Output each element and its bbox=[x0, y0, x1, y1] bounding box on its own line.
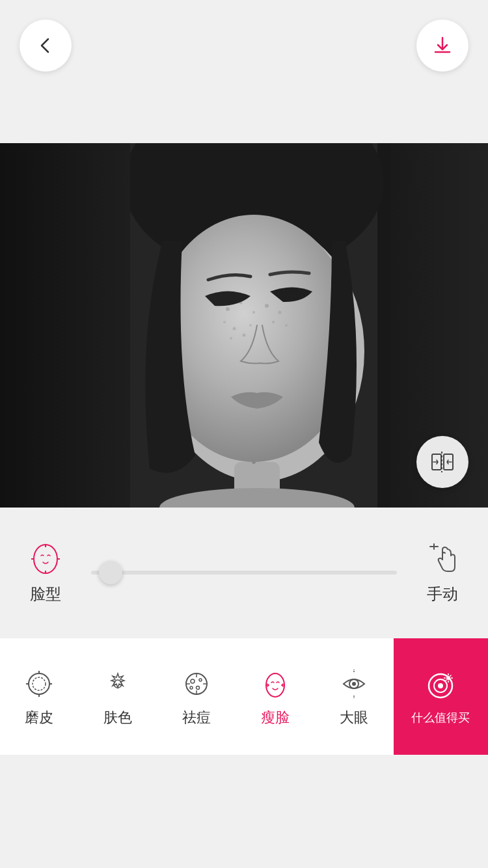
svg-rect-1 bbox=[0, 143, 143, 508]
tool-zhzhen-label: 祛痘 bbox=[182, 708, 211, 727]
top-bar bbox=[0, 0, 488, 143]
tool-shoumei[interactable]: 瘦脸 bbox=[236, 638, 315, 755]
mopi-icon bbox=[21, 666, 57, 701]
tool-mopi[interactable]: 磨皮 bbox=[0, 638, 79, 755]
fuse-icon bbox=[100, 666, 135, 701]
svg-line-63 bbox=[450, 675, 452, 676]
tool-mopi-label: 磨皮 bbox=[25, 708, 53, 727]
svg-point-21 bbox=[252, 460, 256, 464]
tool-fuse[interactable]: 肤色 bbox=[79, 638, 157, 755]
svg-point-33 bbox=[33, 677, 46, 690]
tool-shegou-label: 什么值得买 bbox=[411, 710, 470, 726]
face-type-label: 脸型 bbox=[30, 584, 61, 604]
svg-point-11 bbox=[278, 311, 282, 314]
svg-point-41 bbox=[199, 679, 202, 681]
svg-point-42 bbox=[197, 686, 200, 689]
shegou-icon bbox=[423, 668, 458, 703]
svg-point-7 bbox=[226, 307, 230, 311]
svg-point-14 bbox=[249, 324, 252, 327]
svg-point-40 bbox=[191, 679, 195, 683]
bottom-toolbar: 磨皮 肤色 祛痘 bbox=[0, 638, 488, 755]
tool-zhzhen[interactable]: 祛痘 bbox=[157, 638, 236, 755]
manual-section[interactable]: 手动 bbox=[416, 541, 468, 604]
svg-line-64 bbox=[446, 679, 447, 681]
tool-fuse-label: 肤色 bbox=[103, 708, 132, 727]
face-type-section[interactable]: 脸型 bbox=[20, 541, 72, 604]
svg-point-17 bbox=[230, 337, 232, 340]
svg-point-12 bbox=[223, 321, 226, 323]
tool-dayan[interactable]: 大眼 bbox=[315, 638, 394, 755]
svg-point-15 bbox=[272, 321, 275, 323]
download-button[interactable] bbox=[416, 20, 468, 72]
control-area: 脸型 手动 bbox=[0, 508, 488, 638]
svg-point-13 bbox=[233, 327, 236, 331]
portrait-image bbox=[0, 143, 488, 508]
svg-point-56 bbox=[446, 676, 450, 680]
dayan-icon bbox=[336, 666, 372, 701]
svg-point-43 bbox=[190, 686, 193, 689]
manual-label: 手动 bbox=[427, 584, 458, 604]
hand-icon bbox=[424, 541, 461, 577]
slider-track[interactable] bbox=[91, 571, 397, 575]
shoumei-icon bbox=[258, 666, 293, 701]
svg-point-9 bbox=[252, 311, 255, 314]
back-button[interactable] bbox=[20, 20, 72, 72]
svg-point-10 bbox=[265, 304, 269, 308]
svg-point-16 bbox=[285, 324, 288, 327]
tool-shoumei-label: 瘦脸 bbox=[261, 708, 290, 727]
svg-point-25 bbox=[34, 545, 57, 573]
compare-button[interactable] bbox=[416, 436, 468, 488]
photo-area bbox=[0, 143, 488, 508]
slider-thumb[interactable] bbox=[99, 561, 122, 584]
svg-point-32 bbox=[29, 673, 49, 694]
zhzhen-icon bbox=[179, 666, 214, 701]
svg-point-18 bbox=[243, 334, 246, 337]
tool-shegou[interactable]: 什么值得买 bbox=[394, 638, 488, 755]
face-type-icon bbox=[27, 541, 64, 577]
svg-point-50 bbox=[352, 682, 356, 686]
svg-point-55 bbox=[438, 683, 443, 688]
tool-dayan-label: 大眼 bbox=[340, 708, 368, 727]
